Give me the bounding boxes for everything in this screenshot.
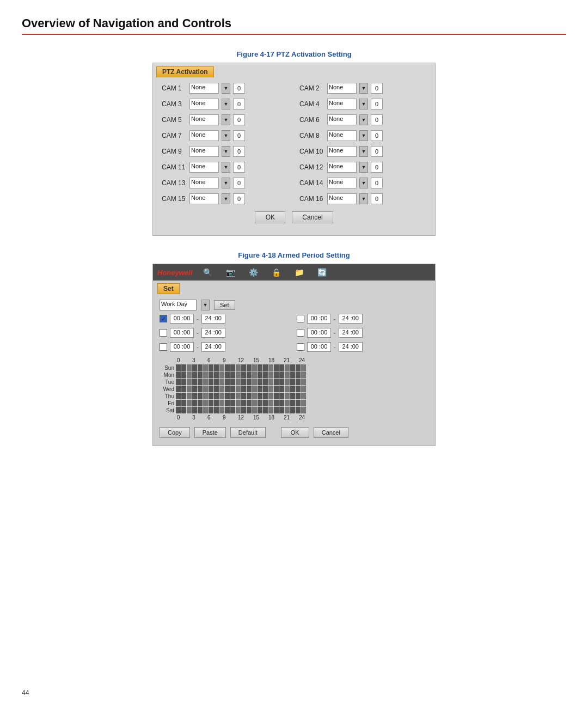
- table-row: CAM 6 None ▼ 0: [299, 114, 426, 125]
- cam12-dropdown-icon[interactable]: ▼: [359, 162, 368, 173]
- period6-start[interactable]: 00 :00: [307, 342, 331, 352]
- schedule-block: [209, 371, 213, 378]
- cam3-dropdown-icon[interactable]: ▼: [222, 99, 230, 109]
- schedule-block: [187, 371, 192, 378]
- cam16-dropdown-icon[interactable]: ▼: [359, 193, 368, 204]
- cam9-select[interactable]: None: [189, 146, 219, 157]
- schedule-block: [203, 379, 208, 385]
- cam10-dropdown-icon[interactable]: ▼: [359, 146, 368, 157]
- schedule-days: SunMonTueWedThuFriSat: [160, 364, 428, 413]
- cam7-num[interactable]: 0: [233, 130, 245, 141]
- schedule-block: [203, 371, 208, 378]
- period6-end[interactable]: 24 :00: [339, 342, 363, 352]
- schedule-block: [192, 400, 197, 406]
- cam16-select[interactable]: None: [327, 193, 357, 204]
- workday-set-button[interactable]: Set: [214, 300, 235, 310]
- table-row: CAM 11 None ▼ 0: [162, 162, 289, 173]
- cam13-dropdown-icon[interactable]: ▼: [222, 178, 230, 188]
- period1-checkbox[interactable]: ✓: [160, 315, 167, 322]
- schedule-block: [285, 364, 290, 371]
- cam12-select[interactable]: None: [327, 162, 357, 173]
- cam11-num[interactable]: 0: [233, 162, 245, 173]
- cam15-dropdown-icon[interactable]: ▼: [222, 193, 230, 204]
- period1-start[interactable]: 00 :00: [170, 314, 194, 324]
- camera-icon[interactable]: 📷: [223, 266, 238, 278]
- cam13-num[interactable]: 0: [233, 178, 245, 188]
- period4-end[interactable]: 24 :00: [339, 314, 363, 324]
- period4-start[interactable]: 00 :00: [307, 314, 331, 324]
- cam15-num[interactable]: 0: [233, 193, 245, 204]
- cam1-num[interactable]: 0: [233, 83, 245, 94]
- cam5-select[interactable]: None: [189, 114, 219, 125]
- cam5-dropdown-icon[interactable]: ▼: [222, 114, 230, 125]
- period2-checkbox[interactable]: [160, 329, 167, 337]
- schedule-block: [252, 400, 257, 406]
- period5-end[interactable]: 24 :00: [339, 328, 363, 338]
- workday-dropdown-icon[interactable]: ▼: [201, 300, 210, 310]
- cam14-dropdown-icon[interactable]: ▼: [359, 178, 368, 188]
- refresh-icon[interactable]: 🔄: [314, 266, 329, 278]
- cam14-num[interactable]: 0: [371, 178, 383, 188]
- cam-label: CAM 2: [299, 84, 324, 92]
- workday-select[interactable]: Work Day: [160, 300, 197, 310]
- cam3-num[interactable]: 0: [233, 99, 245, 109]
- period6-checkbox[interactable]: [297, 343, 304, 351]
- lock-icon[interactable]: 🔒: [268, 266, 284, 278]
- schedule-block: [247, 400, 252, 406]
- cam16-num[interactable]: 0: [371, 193, 383, 204]
- cam1-dropdown-icon[interactable]: ▼: [222, 83, 230, 94]
- cam5-num[interactable]: 0: [233, 114, 245, 125]
- cam11-select[interactable]: None: [189, 162, 219, 173]
- default-button[interactable]: Default: [230, 427, 266, 438]
- cam4-select[interactable]: None: [327, 99, 357, 109]
- cam7-select[interactable]: None: [189, 130, 219, 141]
- cam11-dropdown-icon[interactable]: ▼: [222, 162, 230, 173]
- cam4-dropdown-icon[interactable]: ▼: [359, 99, 368, 109]
- cam6-dropdown-icon[interactable]: ▼: [359, 114, 368, 125]
- cam6-select[interactable]: None: [327, 114, 357, 125]
- search-icon[interactable]: 🔍: [200, 266, 215, 278]
- cam9-num[interactable]: 0: [233, 146, 245, 157]
- schedule-block: [296, 379, 301, 385]
- period2-start[interactable]: 00 :00: [170, 328, 194, 338]
- cam12-num[interactable]: 0: [371, 162, 383, 173]
- schedule-block: [209, 407, 213, 413]
- cam13-select[interactable]: None: [189, 178, 219, 188]
- cam2-num[interactable]: 0: [371, 83, 383, 94]
- period4-checkbox[interactable]: [297, 315, 304, 322]
- period3-checkbox[interactable]: [160, 343, 167, 351]
- armed-ok-button[interactable]: OK: [281, 427, 309, 438]
- cam8-select[interactable]: None: [327, 130, 357, 141]
- period3-start[interactable]: 00 :00: [170, 342, 194, 352]
- table-row: CAM 16 None ▼ 0: [299, 193, 426, 204]
- schedule-block: [181, 379, 186, 385]
- cam4-num[interactable]: 0: [371, 99, 383, 109]
- cam14-select[interactable]: None: [327, 178, 357, 188]
- paste-button[interactable]: Paste: [194, 427, 226, 438]
- cam15-select[interactable]: None: [189, 193, 219, 204]
- cam1-select[interactable]: None: [189, 83, 219, 94]
- cam6-num[interactable]: 0: [371, 114, 383, 125]
- period2-end[interactable]: 24 :00: [201, 328, 225, 338]
- period5-checkbox[interactable]: [297, 329, 304, 337]
- period1-end[interactable]: 24 :00: [201, 314, 225, 324]
- copy-button[interactable]: Copy: [160, 427, 190, 438]
- settings-icon[interactable]: ⚙️: [246, 266, 261, 278]
- armed-cancel-button[interactable]: Cancel: [314, 427, 348, 438]
- cam9-dropdown-icon[interactable]: ▼: [222, 146, 230, 157]
- cam10-num[interactable]: 0: [371, 146, 383, 157]
- cam10-select[interactable]: None: [327, 146, 357, 157]
- period5-start[interactable]: 00 :00: [307, 328, 331, 338]
- ptz-ok-button[interactable]: OK: [255, 211, 285, 223]
- folder-icon[interactable]: 📁: [291, 266, 307, 278]
- schedule-block: [301, 407, 306, 413]
- period3-end[interactable]: 24 :00: [201, 342, 225, 352]
- cam2-select[interactable]: None: [327, 83, 357, 94]
- cam3-select[interactable]: None: [189, 99, 219, 109]
- cam7-dropdown-icon[interactable]: ▼: [222, 130, 230, 141]
- schedule-blocks: [176, 407, 306, 413]
- cam8-dropdown-icon[interactable]: ▼: [359, 130, 368, 141]
- cam2-dropdown-icon[interactable]: ▼: [359, 83, 368, 94]
- ptz-cancel-button[interactable]: Cancel: [292, 211, 333, 223]
- cam8-num[interactable]: 0: [371, 130, 383, 141]
